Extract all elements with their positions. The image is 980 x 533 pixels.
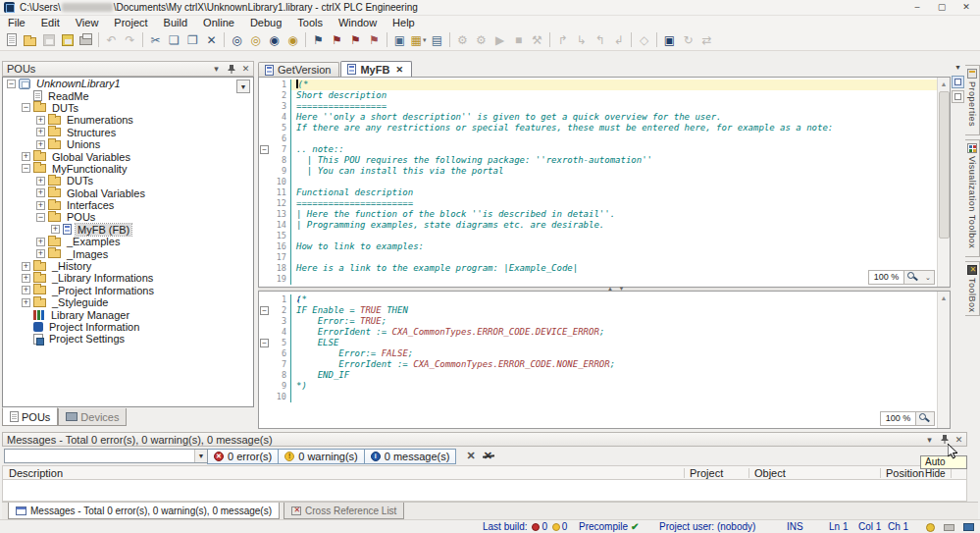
next-bookmark-icon[interactable]: ⚑	[328, 31, 346, 49]
tree-view-dropdown[interactable]: ▼	[236, 80, 250, 93]
expand-icon[interactable]: +	[22, 262, 30, 271]
expand-icon[interactable]: +	[36, 177, 45, 186]
menu-view[interactable]: View	[68, 16, 107, 29]
bottom-tab-messages[interactable]: Messages - Total 0 error(s), 0 warning(s…	[8, 503, 280, 519]
expand-icon[interactable]: +	[22, 298, 30, 307]
pous-pin-icon[interactable]	[224, 63, 238, 76]
collapse-icon[interactable]: −	[7, 80, 16, 88]
collapse-icon[interactable]: −	[36, 213, 45, 222]
new-object-icon[interactable]: ▤	[428, 31, 446, 49]
magnifier-icon[interactable]	[904, 271, 922, 284]
tree-item-myfunctionality[interactable]: −MyFunctionality	[3, 163, 253, 175]
tree-item-readme[interactable]: ReadMe	[3, 89, 253, 101]
dock-tab-properties[interactable]: Properties	[965, 65, 980, 135]
pous-close-icon[interactable]: ✕	[238, 63, 253, 76]
menu-help[interactable]: Help	[385, 16, 423, 29]
tree-item-structures[interactable]: +Structures	[3, 127, 253, 138]
zoom-level[interactable]: 100 %	[869, 271, 904, 284]
tree-item-myfb-fb-[interactable]: +MyFB (FB)	[3, 224, 253, 236]
implementation-scrollbar[interactable]: ▲	[937, 292, 950, 428]
expand-icon[interactable]: +	[36, 201, 45, 210]
save-all-icon[interactable]	[58, 31, 77, 49]
declaration-code[interactable]: 1(*2Short description3=================4…	[259, 78, 950, 285]
toggle-bookmark-icon[interactable]: ⚑	[309, 31, 328, 49]
close-button[interactable]: ✕	[954, 0, 978, 15]
tree-item--project-informations[interactable]: +_Project Informations	[3, 285, 253, 296]
find-next-icon[interactable]: ◎	[246, 31, 265, 49]
errors-toggle-button[interactable]: ✕0 error(s)	[207, 449, 279, 464]
fold-collapse-icon[interactable]: −	[260, 306, 269, 315]
menu-online[interactable]: Online	[195, 16, 242, 29]
declaration-view-button[interactable]	[952, 76, 964, 88]
expand-icon[interactable]: +	[36, 140, 45, 149]
tree-item-pous[interactable]: −POUs	[3, 211, 253, 223]
expand-icon[interactable]: +	[22, 286, 30, 294]
scroll-up-icon[interactable]: ▲	[938, 292, 950, 304]
open-file-icon[interactable]	[21, 31, 39, 49]
tree-item--examples[interactable]: +_Examples	[3, 236, 253, 247]
tree-item--images[interactable]: +_Images	[3, 247, 253, 259]
tree-item-enumerations[interactable]: +Enumerations	[3, 114, 253, 126]
expand-icon[interactable]: +	[36, 116, 45, 125]
menu-tools[interactable]: Tools	[289, 16, 331, 29]
menu-debug[interactable]: Debug	[242, 16, 289, 29]
column-position[interactable]: Position	[886, 467, 924, 479]
collapse-icon[interactable]: −	[22, 103, 30, 112]
menu-edit[interactable]: Edit	[33, 16, 68, 29]
messages-list[interactable]	[2, 480, 967, 502]
tree-item-unions[interactable]: +Unions	[3, 138, 253, 150]
previous-bookmark-icon[interactable]: ⚑	[346, 31, 365, 49]
expand-icon[interactable]: +	[22, 152, 30, 161]
tree-item--library-informations[interactable]: +_Library Informations	[3, 272, 253, 284]
tree-item--history[interactable]: +_History	[3, 260, 253, 272]
implementation-code[interactable]: 1(*−2IF Enable = TRUE THEN3 Error:= TRUE…	[259, 292, 950, 402]
tab-list-dropdown-icon[interactable]: ▼	[952, 62, 964, 74]
menu-window[interactable]: Window	[331, 16, 385, 29]
panel-tab-devices[interactable]: Devices	[58, 408, 127, 426]
menu-build[interactable]: Build	[156, 16, 195, 29]
menu-file[interactable]: File	[0, 16, 33, 29]
cut-icon[interactable]: ✂	[146, 31, 165, 49]
messages-toggle-button[interactable]: i0 message(s)	[364, 449, 457, 464]
column-description[interactable]: Description	[9, 467, 63, 479]
warnings-toggle-button[interactable]: !0 warning(s)	[278, 449, 365, 464]
delete-icon[interactable]: ✕	[202, 31, 221, 49]
expand-icon[interactable]: +	[51, 225, 60, 234]
zoom-dropdown-icon[interactable]: ⌄	[922, 274, 934, 282]
fold-collapse-icon[interactable]: −	[260, 145, 269, 154]
fold-collapse-icon[interactable]: −	[260, 339, 269, 347]
declaration-editor[interactable]: 1(*2Short description3=================4…	[258, 77, 951, 288]
expand-icon[interactable]: +	[36, 128, 45, 136]
messages-menu-dropdown[interactable]: ▾	[922, 433, 937, 446]
clear-all-messages-icon[interactable]: ✕	[484, 450, 492, 462]
column-project[interactable]: Project	[690, 467, 723, 479]
find-icon[interactable]: ◎	[228, 31, 246, 49]
magnifier-icon[interactable]	[916, 412, 934, 425]
tree-item-global-variables[interactable]: +Global Variables	[3, 150, 253, 162]
tree-item-duts[interactable]: +DUTs	[3, 175, 253, 187]
tabular-view-button[interactable]	[952, 90, 964, 103]
copy-icon[interactable]: ❏	[165, 31, 183, 49]
scroll-up-icon[interactable]: ▲	[938, 78, 950, 90]
declaration-scrollbar[interactable]: ▲	[937, 78, 950, 287]
dock-tab-visualization-toolbox[interactable]: Visualization Toolbox	[965, 139, 980, 257]
dock-tab-toolbox[interactable]: ToolBox	[965, 261, 980, 316]
filter-dropdown-icon[interactable]: ▼	[194, 450, 207, 462]
minimize-button[interactable]: –	[905, 0, 929, 15]
menu-project[interactable]: Project	[106, 16, 155, 29]
replace-in-files-icon[interactable]: ◉	[284, 31, 302, 49]
messages-filter-combobox[interactable]: ▼	[4, 449, 208, 463]
close-tab-icon[interactable]: ✕	[395, 65, 403, 75]
scrollbar-thumb[interactable]	[939, 91, 950, 239]
expand-icon[interactable]: +	[36, 188, 45, 197]
panel-tab-pous[interactable]: POUs	[2, 407, 58, 426]
pous-menu-dropdown[interactable]: ▾	[209, 63, 224, 76]
new-file-icon[interactable]	[2, 31, 21, 49]
tree-item--styleguide[interactable]: +_Styleguide	[3, 296, 253, 308]
tree-item-interfaces[interactable]: +Interfaces	[3, 199, 253, 211]
profiler-icon[interactable]: ▦▾	[409, 31, 428, 49]
expand-icon[interactable]: +	[36, 249, 45, 258]
column-object[interactable]: Object	[754, 467, 786, 479]
find-in-files-icon[interactable]: ◉	[265, 31, 284, 49]
editor-tab-myfb[interactable]: MyFB✕	[340, 61, 412, 77]
